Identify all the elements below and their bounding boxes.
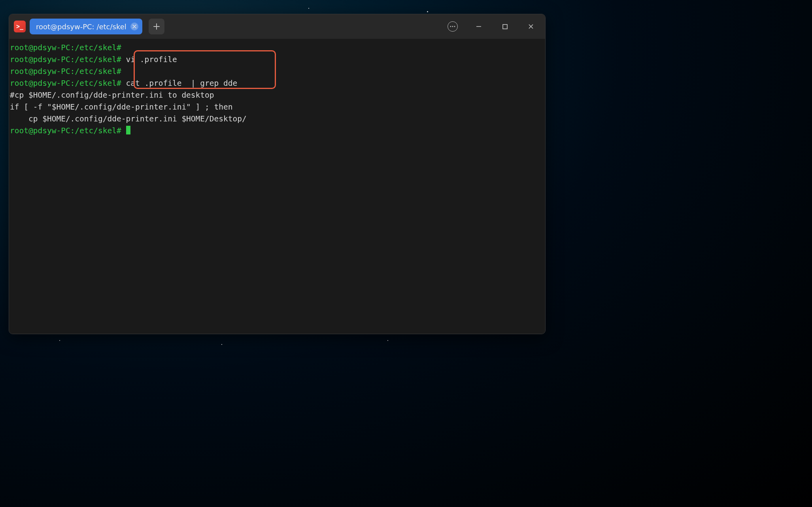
decorative-star xyxy=(221,344,222,345)
svg-point-2 xyxy=(454,26,455,27)
decorative-star xyxy=(387,340,388,341)
prompt-text: root@pdsyw-PC:/etc/skel# xyxy=(10,67,121,76)
minimize-icon xyxy=(476,23,482,30)
close-window-button[interactable] xyxy=(525,21,536,32)
terminal-line: root@pdsyw-PC:/etc/skel# cat .profile | … xyxy=(10,78,544,89)
tab-active[interactable]: root@pdsyw-PC: /etc/skel xyxy=(30,19,142,34)
output-text: cp $HOME/.config/dde-printer.ini $HOME/D… xyxy=(10,114,247,123)
decorative-star xyxy=(59,340,60,341)
decorative-star xyxy=(427,11,428,12)
cursor xyxy=(126,126,130,134)
terminal-app-icon: >_ xyxy=(14,21,26,32)
plus-icon xyxy=(153,23,160,30)
close-icon xyxy=(132,25,136,28)
maximize-button[interactable] xyxy=(499,21,510,32)
command-text xyxy=(121,67,126,76)
tab-title: root@pdsyw-PC: /etc/skel xyxy=(36,23,127,31)
output-text: if [ -f "$HOME/.config/dde-printer.ini" … xyxy=(10,102,233,112)
command-text: vi .profile xyxy=(121,55,177,64)
terminal-body[interactable]: root@pdsyw-PC:/etc/skel# root@pdsyw-PC:/… xyxy=(9,39,545,334)
decorative-star xyxy=(308,8,309,9)
menu-button[interactable] xyxy=(447,21,458,32)
output-text: #cp $HOME/.config/dde-printer.ini to des… xyxy=(10,91,214,100)
terminal-window: >_ root@pdsyw-PC: /etc/skel xyxy=(9,14,546,334)
terminal-line: root@pdsyw-PC:/etc/skel# xyxy=(10,125,544,137)
terminal-line: root@pdsyw-PC:/etc/skel# vi .profile xyxy=(10,54,544,66)
prompt-text: root@pdsyw-PC:/etc/skel# xyxy=(10,55,121,64)
prompt-text: root@pdsyw-PC:/etc/skel# xyxy=(10,43,121,52)
command-text: cat .profile | grep dde xyxy=(121,79,238,88)
svg-point-1 xyxy=(452,26,453,27)
svg-rect-3 xyxy=(503,25,507,29)
terminal-line: if [ -f "$HOME/.config/dde-printer.ini" … xyxy=(10,101,544,113)
ellipsis-icon xyxy=(448,21,458,32)
prompt-text: root@pdsyw-PC:/etc/skel# xyxy=(10,79,121,88)
command-text xyxy=(121,43,126,52)
new-tab-button[interactable] xyxy=(149,19,164,34)
terminal-line: root@pdsyw-PC:/etc/skel# xyxy=(10,42,544,54)
minimize-button[interactable] xyxy=(473,21,484,32)
command-text xyxy=(121,126,126,135)
window-controls xyxy=(447,21,540,32)
terminal-line: root@pdsyw-PC:/etc/skel# xyxy=(10,66,544,78)
titlebar: >_ root@pdsyw-PC: /etc/skel xyxy=(9,14,545,39)
maximize-icon xyxy=(502,24,508,30)
terminal-line: cp $HOME/.config/dde-printer.ini $HOME/D… xyxy=(10,113,544,125)
close-icon xyxy=(528,23,534,30)
tab-close-button[interactable] xyxy=(130,23,138,30)
svg-point-0 xyxy=(450,26,451,27)
terminal-line: #cp $HOME/.config/dde-printer.ini to des… xyxy=(10,89,544,101)
prompt-text: root@pdsyw-PC:/etc/skel# xyxy=(10,126,121,135)
